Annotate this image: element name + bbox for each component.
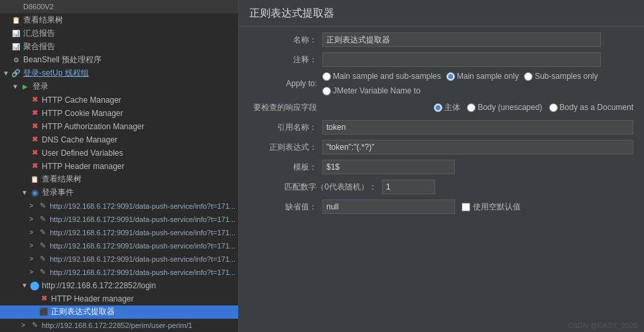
tree-item-login-event[interactable]: ▼◉登录事件 bbox=[0, 186, 238, 199]
apply-to-radio-group: Main sample and sub-samples Main sample … bbox=[322, 72, 633, 95]
regex-label: 正则表达式： bbox=[249, 142, 322, 153]
tree-item-url3[interactable]: >✎http://192.168.6.172:9091/data-push-se… bbox=[0, 226, 238, 239]
tree-item-aggregate[interactable]: 📊聚合报告 bbox=[0, 40, 238, 53]
tree-item-view-tree2[interactable]: 📋查看结果树 bbox=[0, 173, 238, 186]
template-input[interactable] bbox=[322, 160, 455, 174]
radio-main-only[interactable]: Main sample only bbox=[446, 72, 519, 81]
comment-input[interactable] bbox=[322, 52, 601, 67]
tree-item-icon: ✎ bbox=[37, 201, 48, 211]
tree-item-regex-extractor[interactable]: ⬛正则表达式提取器 bbox=[0, 305, 238, 319]
arrow-icon: > bbox=[29, 242, 37, 249]
tree-item-http-cookie[interactable]: ✖HTTP Cookie Manager bbox=[0, 107, 238, 120]
use-default-checkbox[interactable] bbox=[462, 203, 470, 211]
tree-item-http-auth[interactable]: ✖HTTP Authorization Manager bbox=[0, 120, 238, 133]
tree-item-icon: ⬤ bbox=[29, 280, 40, 291]
tree-item-dns-cache[interactable]: ✖DNS Cache Manager bbox=[0, 133, 238, 146]
tree-item-label: http://192.168.6.172:9091/data-push-serv… bbox=[50, 268, 235, 276]
tree-item-beanshell[interactable]: ⚙BeanShell 预处理程序 bbox=[0, 53, 238, 66]
right-panel: 正则表达式提取器 名称： 注释： Apply to: Main sample a… bbox=[239, 0, 644, 332]
tree-item-icon: ✎ bbox=[37, 267, 48, 278]
page-title: 正则表达式提取器 bbox=[249, 7, 633, 21]
tree-item-perim-url[interactable]: >✎http://192.168.6.172:22852/perim/user-… bbox=[0, 319, 238, 332]
tree-item-label: http://192.168.6.172:9091/data-push-serv… bbox=[50, 242, 235, 250]
tree-item-url1[interactable]: >✎http://192.168.6.172:9091/data-push-se… bbox=[0, 199, 238, 213]
radio-body[interactable]: 主体 bbox=[434, 102, 460, 113]
radio-body-unescaped[interactable]: Body (unescaped) bbox=[467, 103, 542, 112]
regex-row: 正则表达式： bbox=[249, 139, 633, 155]
tree-item-label: BeanShell 预处理程序 bbox=[23, 54, 101, 66]
tree-item-icon: ⚙ bbox=[11, 54, 21, 65]
tree-item-label: HTTP Header manager bbox=[51, 294, 134, 304]
regex-input[interactable] bbox=[322, 140, 633, 154]
tree-item-icon: 🔗 bbox=[11, 68, 21, 78]
match-no-input[interactable] bbox=[382, 180, 435, 194]
tree-item-label: http://192.168.6.172:9091/data-push-serv… bbox=[50, 215, 235, 223]
arrow-icon: ▼ bbox=[12, 83, 20, 90]
tree-item-version[interactable]: D8600V2 bbox=[0, 0, 238, 13]
tree-item-icon: ◉ bbox=[29, 188, 40, 198]
tree-item-label: http://192.168.6.172:22852/login bbox=[42, 281, 156, 290]
name-input[interactable] bbox=[322, 32, 601, 47]
left-panel: D8600V2📋查看结果树📊汇总报告📊聚合报告⚙BeanShell 预处理程序▼… bbox=[0, 0, 239, 332]
tree-item-label: HTTP Header manager bbox=[42, 162, 125, 171]
name-row: 名称： bbox=[249, 32, 633, 48]
tree-item-icon: 📊 bbox=[11, 28, 21, 38]
tree-item-icon: ✎ bbox=[37, 227, 48, 238]
tree-item-label: D8600V2 bbox=[23, 3, 54, 11]
tree-item-label: 汇总报告 bbox=[23, 28, 55, 39]
tree-item-label: 查看结果树 bbox=[42, 174, 82, 185]
tree-item-icon: ✖ bbox=[38, 294, 49, 304]
tree-item-label: DNS Cache Manager bbox=[42, 135, 117, 144]
tree-item-http-cache[interactable]: ✖HTTP Cache Manager bbox=[0, 93, 238, 107]
tree-item-login-setup[interactable]: ▼🔗登录-setUp 线程组 bbox=[0, 66, 238, 80]
radio-sub-only[interactable]: Sub-samples only bbox=[524, 72, 598, 81]
arrow-icon: > bbox=[29, 202, 37, 209]
arrow-icon: > bbox=[29, 215, 37, 223]
tree-item-label: http://192.168.6.172:9091/data-push-serv… bbox=[50, 255, 235, 263]
tree-item-url2[interactable]: >✎http://192.168.6.172:9091/data-push-se… bbox=[0, 213, 238, 226]
apply-to-row: Apply to: Main sample and sub-samples Ma… bbox=[249, 72, 633, 95]
tree-item-icon: ✖ bbox=[29, 148, 40, 158]
template-label: 模板： bbox=[249, 162, 322, 173]
tree-item-label: 聚合报告 bbox=[23, 41, 55, 52]
tree-item-http-header[interactable]: ✖HTTP Header manager bbox=[0, 160, 238, 173]
radio-body-document[interactable]: Body as a Document bbox=[549, 103, 633, 112]
tree-item-url5[interactable]: >✎http://192.168.6.172:9091/data-push-se… bbox=[0, 252, 238, 266]
default-row: 缺省值： 使用空默认值 bbox=[249, 199, 633, 215]
tree-item-icon: 📋 bbox=[29, 174, 40, 185]
tree-item-icon bbox=[11, 1, 21, 12]
response-radio-group: 主体 Body (unescaped) Body as a Document bbox=[322, 102, 633, 113]
tree-item-summary[interactable]: 📊汇总报告 bbox=[0, 27, 238, 40]
radio-jmeter-var[interactable]: JMeter Variable Name to bbox=[322, 86, 420, 95]
response-field-label: 要检查的响应字段 bbox=[249, 102, 322, 113]
ref-name-input[interactable] bbox=[322, 120, 633, 135]
name-label: 名称： bbox=[249, 34, 322, 46]
tree-item-label: http://192.168.6.172:9091/data-push-serv… bbox=[50, 202, 235, 210]
comment-label: 注释： bbox=[249, 54, 322, 66]
tree-item-label: 登录事件 bbox=[42, 187, 74, 198]
tree-item-login[interactable]: ▼▶登录 bbox=[0, 80, 238, 93]
tree-item-icon: 📊 bbox=[11, 41, 21, 52]
default-input[interactable] bbox=[322, 199, 455, 214]
tree-item-user-vars[interactable]: ✖User Defined Variables bbox=[0, 146, 238, 160]
tree-item-icon: ✎ bbox=[37, 241, 48, 251]
tree-item-label: 正则表达式提取器 bbox=[51, 306, 115, 317]
tree-item-url4[interactable]: >✎http://192.168.6.172:9091/data-push-se… bbox=[0, 239, 238, 252]
tree-item-login-url[interactable]: ▼⬤http://192.168.6.172:22852/login bbox=[0, 279, 238, 292]
watermark: CSDN @EASY_2020 bbox=[568, 321, 637, 329]
tree-item-view-tree[interactable]: 📋查看结果树 bbox=[0, 13, 238, 27]
tree-item-icon: ✖ bbox=[29, 135, 40, 145]
tree-item-url6[interactable]: >✎http://192.168.6.172:9091/data-push-se… bbox=[0, 266, 238, 279]
match-no-label: 匹配数字（0代表随机）： bbox=[249, 182, 382, 193]
radio-main-sub[interactable]: Main sample and sub-samples bbox=[322, 72, 441, 81]
arrow-icon: > bbox=[21, 321, 29, 329]
tree-item-icon: ✎ bbox=[29, 320, 40, 331]
tree-item-http-header2[interactable]: ✖HTTP Header manager bbox=[0, 292, 238, 305]
tree-item-label: User Defined Variables bbox=[42, 148, 123, 158]
comment-row: 注释： bbox=[249, 52, 633, 68]
arrow-icon: ▼ bbox=[21, 282, 29, 289]
arrow-icon: > bbox=[29, 255, 37, 262]
ref-name-row: 引用名称： bbox=[249, 119, 633, 135]
use-default-checkbox-label[interactable]: 使用空默认值 bbox=[462, 201, 521, 213]
tree-item-icon: 📋 bbox=[11, 15, 21, 25]
